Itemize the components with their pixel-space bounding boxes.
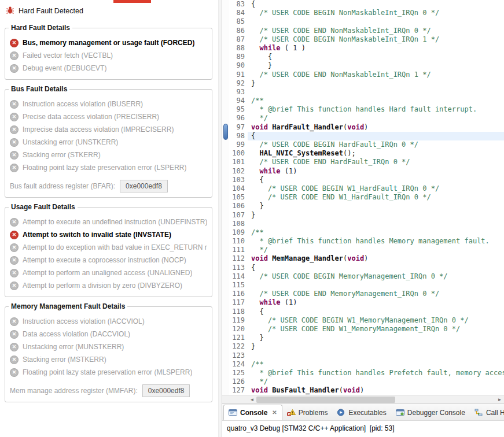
address-register-field[interactable]: 0xe000edf8 — [120, 180, 168, 192]
tab-debugger-console[interactable]: Debugger Console — [391, 405, 470, 420]
editor-area: 8384858687888990919293949596979899100101… — [222, 0, 504, 437]
code-line[interactable]: /* USER CODE BEGIN W1_MemoryManagement_I… — [248, 316, 504, 325]
code-line[interactable]: /* USER CODE END W1_MemoryManagement_IRQ… — [248, 325, 504, 334]
code-line[interactable]: { — [248, 132, 504, 140]
scroll-right-arrow-icon[interactable]: ► — [495, 396, 504, 403]
tab-problems[interactable]: Problems — [282, 405, 333, 420]
fault-item-label: Instruction access violation (IBUSERR) — [23, 100, 143, 108]
fault-inactive-x-icon: ✕ — [10, 343, 19, 351]
line-number: 90 — [229, 61, 245, 70]
tab-executables[interactable]: Executables — [332, 405, 391, 420]
code-line[interactable]: void MemManage_Handler(void) — [248, 254, 504, 263]
code-line[interactable]: /* USER CODE BEGIN MemoryManagement_IRQn… — [248, 272, 504, 281]
code-line[interactable]: /* USER CODE END NonMaskableInt_IRQn 1 *… — [248, 71, 504, 79]
code-line[interactable]: void BusFault_Handler(void) — [248, 386, 504, 395]
code-line[interactable]: /* USER CODE END NonMaskableInt_IRQn 0 *… — [248, 27, 504, 35]
line-number: 96 — [229, 114, 245, 123]
code-line[interactable]: } — [248, 334, 504, 342]
line-number: 125 — [229, 369, 245, 377]
line-number: 107 — [229, 211, 245, 220]
code-line[interactable]: * @brief This function handles Hard faul… — [248, 105, 504, 114]
line-number: 89 — [229, 53, 245, 61]
code-line[interactable]: HAL_NVIC_SystemReset(); — [248, 149, 504, 158]
code-line[interactable]: * @brief This function handles Memory ma… — [248, 237, 504, 246]
group-title: Memory Management Fault Details — [9, 302, 127, 310]
code-line[interactable]: while ( 1 ) — [248, 44, 504, 53]
fault-item-label: Bus, memory management or usage fault (F… — [23, 39, 194, 47]
code-line[interactable]: /** — [248, 360, 504, 369]
close-icon[interactable]: ✕ — [272, 409, 277, 416]
annotation-ruler[interactable] — [222, 0, 229, 395]
horizontal-scrollbar[interactable]: ◄ ► — [222, 395, 504, 403]
fault-inactive-x-icon: ✕ — [10, 368, 19, 377]
code-editor[interactable]: 8384858687888990919293949596979899100101… — [222, 0, 504, 395]
code-line[interactable]: */ — [248, 114, 504, 123]
code-line[interactable]: } — [248, 202, 504, 210]
code-line[interactable]: { — [248, 53, 504, 61]
line-number: 85 — [229, 17, 245, 26]
code-line[interactable]: } — [248, 342, 504, 351]
line-number: 95 — [229, 105, 245, 114]
scrollbar-track[interactable] — [256, 396, 495, 403]
fault-item: ✕Debug event (DEBUGEVT) — [10, 62, 207, 75]
code-line[interactable]: /* USER CODE BEGIN HardFault_IRQn 0 */ — [248, 140, 504, 149]
line-number: 102 — [229, 167, 245, 176]
code-line[interactable]: */ — [248, 246, 504, 254]
fault-inactive-x-icon: ✕ — [10, 269, 19, 277]
code-line[interactable]: { — [248, 308, 504, 316]
code-line[interactable] — [248, 351, 504, 360]
code-line[interactable]: while (1) — [248, 167, 504, 176]
code-line[interactable] — [248, 17, 504, 26]
fault-inactive-x-icon: ✕ — [10, 100, 19, 109]
code-line[interactable]: /* USER CODE END W1_HardFault_IRQn 0 */ — [248, 193, 504, 202]
code-line[interactable]: } — [248, 61, 504, 70]
line-number: 98 — [229, 132, 245, 140]
code-line[interactable] — [248, 88, 504, 97]
line-number: 119 — [229, 316, 245, 325]
code-line[interactable]: while (1) — [248, 298, 504, 307]
code-line[interactable]: } — [248, 79, 504, 88]
code-line[interactable]: { — [248, 0, 504, 9]
line-number-ruler[interactable]: 8384858687888990919293949596979899100101… — [229, 0, 248, 395]
line-number: 88 — [229, 44, 245, 53]
code-text[interactable]: { /* USER CODE BEGIN NonMaskableInt_IRQn… — [248, 0, 504, 395]
code-line[interactable]: { — [248, 176, 504, 184]
code-line[interactable]: /* USER CODE BEGIN W1_HardFault_IRQn 0 *… — [248, 184, 504, 193]
instruction-pointer-marker[interactable] — [223, 124, 228, 140]
code-line[interactable] — [248, 220, 504, 228]
line-number: 84 — [229, 9, 245, 17]
code-line[interactable]: /** — [248, 228, 504, 237]
code-line[interactable]: */ — [248, 377, 504, 386]
fault-item: ✕Floating point lazy state preservation … — [10, 161, 207, 174]
fault-inactive-x-icon: ✕ — [10, 355, 19, 364]
tab-console[interactable]: Console✕ — [223, 405, 282, 420]
fault-group: Usage Fault Details✕Attempt to execute a… — [5, 207, 212, 297]
code-line[interactable]: } — [248, 211, 504, 220]
line-number: 127 — [229, 386, 245, 395]
tab-call-hierarchy[interactable]: Call Hierarchy — [470, 405, 504, 420]
code-line[interactable]: void HardFault_Handler(void) — [248, 123, 504, 132]
fault-analyzer-header: Hard Fault Detected — [0, 0, 218, 18]
line-number: 93 — [229, 88, 245, 97]
fault-item: ✕Imprecise data access violation (IMPREC… — [10, 123, 207, 136]
line-number: 110 — [229, 237, 245, 246]
fault-item: ✕Stacking error (MSTKERR) — [10, 353, 207, 366]
panel-sash[interactable] — [218, 0, 222, 437]
fault-active-x-icon: ✕ — [10, 231, 19, 239]
code-line[interactable]: /** — [248, 97, 504, 105]
scrollbar-thumb[interactable] — [256, 397, 395, 403]
address-register-field[interactable]: 0xe000edf8 — [142, 384, 190, 397]
code-line[interactable]: /* USER CODE BEGIN NonMaskableInt_IRQn 0… — [248, 9, 504, 17]
code-line[interactable]: /* USER CODE BEGIN NonMaskableInt_IRQn 1… — [248, 35, 504, 44]
fault-item-label: Attempt to perform a division by zero (D… — [23, 282, 182, 290]
code-line[interactable]: /* USER CODE END MemoryManagement_IRQn 0… — [248, 290, 504, 298]
scroll-left-arrow-icon[interactable]: ◄ — [248, 396, 256, 403]
code-line[interactable]: /* USER CODE END HardFault_IRQn 0 */ — [248, 158, 504, 166]
fault-inactive-x-icon: ✕ — [10, 317, 19, 326]
group-title: Hard Fault Details — [9, 24, 72, 32]
fault-inactive-x-icon: ✕ — [10, 138, 19, 147]
code-line[interactable]: * @brief This function handles Prefetch … — [248, 369, 504, 377]
code-line[interactable] — [248, 281, 504, 290]
line-number: 108 — [229, 220, 245, 228]
code-line[interactable]: { — [248, 264, 504, 272]
